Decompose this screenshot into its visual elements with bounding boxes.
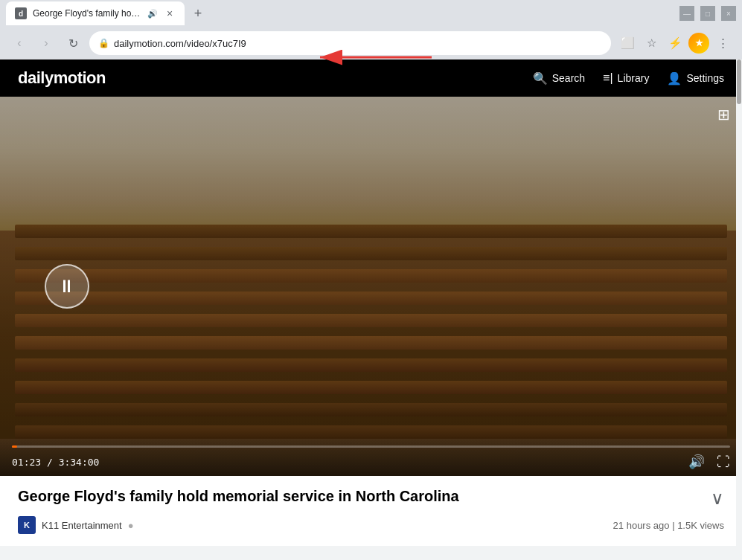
- library-label: Library: [618, 72, 650, 84]
- controls-row: 01:23 / 3:34:00 🔊 ⛶: [12, 454, 730, 470]
- scrollbar[interactable]: [736, 59, 742, 546]
- timestamp: 21 hours ago: [613, 520, 670, 531]
- active-tab[interactable]: d George Floyd's family hol… 🔊 ×: [6, 1, 185, 25]
- account-icon: 👤: [667, 71, 682, 86]
- minimize-button[interactable]: —: [679, 6, 694, 21]
- expand-button[interactable]: ∨: [711, 488, 724, 509]
- tab-title: George Floyd's family hol…: [33, 8, 141, 19]
- library-icon: ≡|: [603, 71, 613, 85]
- total-time: 3:34:00: [59, 457, 100, 468]
- tab-audio-icon: 🔊: [147, 9, 158, 19]
- video-title-row: George Floyd's family hold memorial serv…: [18, 488, 724, 509]
- dailymotion-header: dailymotion 🔍 Search ≡| Library 👤 Settin…: [0, 59, 742, 97]
- refresh-button[interactable]: ↻: [63, 33, 83, 54]
- back-button[interactable]: ‹: [9, 33, 30, 54]
- church-scene: [0, 97, 742, 476]
- settings-nav-item[interactable]: 👤 Settings: [667, 71, 724, 86]
- bookmark-button[interactable]: ☆: [641, 33, 662, 54]
- cast-button[interactable]: ⬜: [617, 33, 638, 54]
- view-count: 1.5K views: [677, 520, 724, 531]
- toolbar-right: ⬜ ☆ ⚡ ★ ⋮: [617, 33, 733, 54]
- channel-info: K K11 Entertainment ●: [18, 516, 134, 534]
- time-display: 01:23 / 3:34:00: [12, 457, 99, 468]
- navigation: 🔍 Search ≡| Library 👤 Settings: [533, 71, 724, 86]
- tab-bar: d George Floyd's family hol… 🔊 × + — □ ×: [0, 0, 742, 27]
- profile-button[interactable]: ★: [688, 33, 709, 54]
- url-bar[interactable]: 🔒 dailymotion.com/video/x7uc7I9: [89, 31, 611, 55]
- video-settings-button[interactable]: ⊞: [717, 106, 730, 123]
- search-nav-item[interactable]: 🔍 Search: [533, 71, 585, 86]
- settings-icon: ⊞: [717, 106, 730, 123]
- channel-name[interactable]: K11 Entertainment: [42, 520, 122, 531]
- tab-close-button[interactable]: ×: [164, 7, 176, 19]
- menu-button[interactable]: ⋮: [712, 33, 733, 54]
- settings-label: Settings: [686, 72, 724, 84]
- right-controls: 🔊 ⛶: [688, 454, 730, 470]
- extensions-button[interactable]: ⚡: [665, 33, 685, 54]
- pause-icon: ⏸: [58, 276, 76, 297]
- maximize-button[interactable]: □: [700, 6, 715, 21]
- search-label: Search: [552, 72, 585, 84]
- video-background: [0, 97, 742, 476]
- verified-icon: ●: [128, 520, 134, 531]
- volume-button[interactable]: 🔊: [688, 454, 705, 470]
- browser-chrome: d George Floyd's family hol… 🔊 × + — □ ×…: [0, 0, 742, 546]
- progress-fill: [12, 445, 17, 448]
- address-bar: ‹ › ↻ 🔒 dailymotion.com/video/x7uc7I9 ⬜ …: [0, 27, 742, 59]
- dailymotion-logo[interactable]: dailymotion: [18, 68, 106, 88]
- play-pause-button[interactable]: ⏸: [45, 264, 89, 309]
- current-time: 01:23: [12, 457, 41, 468]
- window-controls: — □ ×: [679, 6, 736, 21]
- video-player[interactable]: ⏸ ⊞ 01:23 / 3:34:00 🔊 ⛶: [0, 97, 742, 476]
- progress-bar[interactable]: [12, 445, 730, 448]
- url-text: dailymotion.com/video/x7uc7I9: [114, 38, 602, 49]
- library-nav-item[interactable]: ≡| Library: [603, 71, 649, 85]
- search-icon: 🔍: [533, 71, 548, 86]
- forward-button[interactable]: ›: [36, 33, 57, 54]
- close-window-button[interactable]: ×: [721, 6, 736, 21]
- video-stats: 21 hours ago | 1.5K views: [613, 520, 724, 531]
- video-meta-row: K K11 Entertainment ● 21 hours ago | 1.5…: [18, 516, 724, 534]
- tab-favicon: d: [15, 7, 27, 19]
- scrollbar-thumb[interactable]: [737, 59, 741, 104]
- new-tab-button[interactable]: +: [188, 3, 208, 24]
- video-controls: 01:23 / 3:34:00 🔊 ⛶: [0, 440, 742, 476]
- fullscreen-button[interactable]: ⛶: [717, 454, 730, 470]
- video-title: George Floyd's family hold memorial serv…: [18, 488, 699, 505]
- lock-icon: 🔒: [98, 38, 109, 48]
- channel-logo[interactable]: K: [18, 516, 36, 534]
- video-info-panel: George Floyd's family hold memorial serv…: [0, 476, 742, 546]
- time-separator: /: [47, 457, 59, 468]
